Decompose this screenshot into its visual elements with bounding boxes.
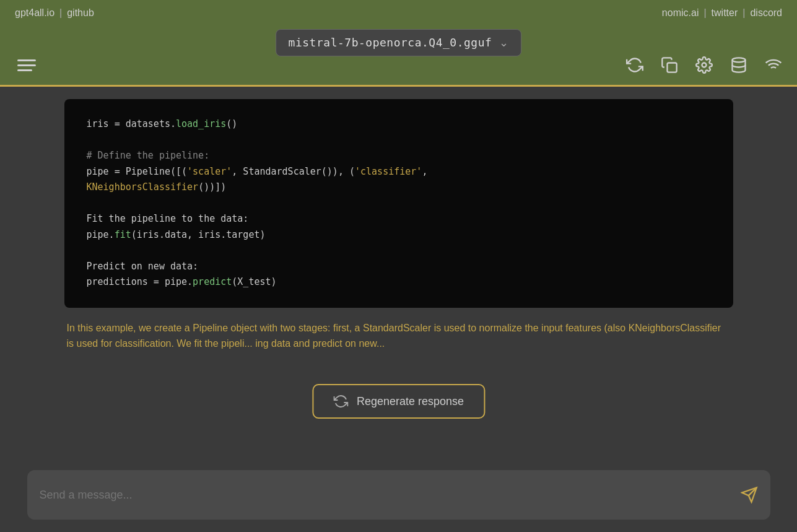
model-name: mistral-7b-openorca.Q4_0.gguf	[289, 36, 492, 49]
code-block: iris = datasets.load_iris() # Define the…	[64, 99, 733, 308]
network-icon[interactable]	[765, 56, 782, 74]
regenerate-label: Regenerate response	[357, 395, 464, 408]
code-line-8: pipe.fit(iris.data, iris.target)	[87, 227, 711, 243]
header: gpt4all.io | github mistral-7b-openorca.…	[0, 0, 797, 87]
svg-point-1	[702, 63, 707, 68]
discord-link[interactable]: discord	[750, 7, 782, 19]
svg-point-2	[733, 58, 746, 62]
code-line-3: # Define the pipeline:	[87, 148, 711, 164]
nomic-link[interactable]: nomic.ai	[662, 7, 699, 19]
code-line-9	[87, 243, 711, 259]
code-line-5: KNeighborsClassifier())])	[87, 180, 711, 196]
separator-3: |	[743, 7, 745, 19]
code-line-4: pipe = Pipeline([('scaler', StandardScal…	[87, 164, 711, 180]
send-button[interactable]	[741, 486, 758, 504]
copy-icon[interactable]	[661, 56, 678, 74]
nav-left: gpt4all.io | github	[15, 7, 94, 19]
svg-rect-0	[668, 63, 677, 72]
github-link[interactable]: github	[67, 7, 94, 19]
database-icon[interactable]	[730, 56, 747, 74]
model-selector[interactable]: mistral-7b-openorca.Q4_0.gguf ⌄	[276, 29, 522, 56]
toolbar	[626, 56, 782, 74]
separator-1: |	[59, 7, 62, 19]
hamburger-button[interactable]	[15, 57, 38, 74]
gpt4all-link[interactable]: gpt4all.io	[15, 7, 54, 19]
refresh-icon[interactable]	[626, 56, 643, 74]
code-line-7: Fit the pipeline to the data:	[87, 211, 711, 227]
code-line-2	[87, 133, 711, 149]
response-text: In this example, we create a Pipeline ob…	[64, 320, 733, 352]
code-line-1: iris = datasets.load_iris()	[87, 116, 711, 133]
chevron-down-icon: ⌄	[499, 36, 508, 50]
regenerate-button[interactable]: Regenerate response	[312, 384, 485, 419]
code-line-11: predictions = pipe.predict(X_test)	[87, 274, 711, 290]
code-line-6	[87, 196, 711, 212]
twitter-link[interactable]: twitter	[712, 7, 738, 19]
regenerate-icon	[333, 394, 348, 409]
message-input[interactable]	[40, 489, 733, 502]
separator-2: |	[703, 7, 706, 19]
nav-right: nomic.ai | twitter | discord	[662, 7, 782, 19]
code-line-10: Predict on new data:	[87, 259, 711, 275]
input-bar	[27, 470, 770, 520]
settings-icon[interactable]	[695, 56, 713, 74]
regenerate-overlay: Regenerate response	[312, 384, 485, 419]
